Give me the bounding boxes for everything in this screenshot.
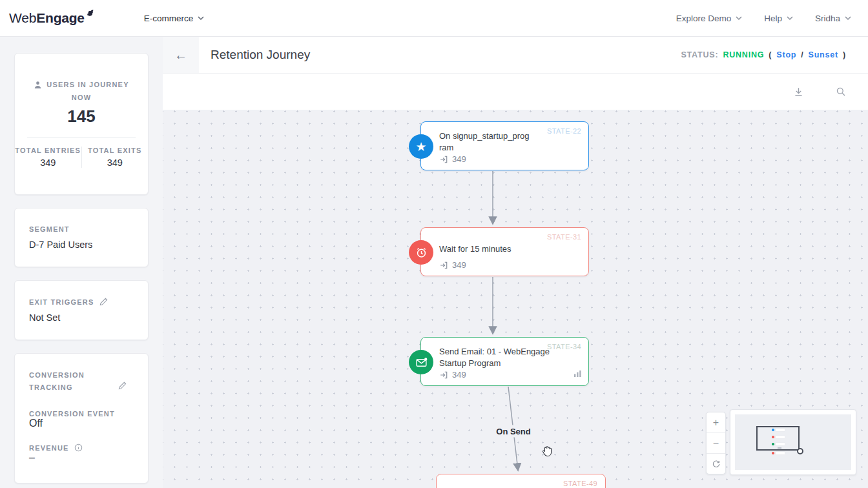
stats-bars-icon[interactable] (574, 368, 582, 380)
segment-card: SEGMENT D-7 Paid Users (14, 208, 149, 267)
canvas-toolbar (163, 74, 868, 110)
total-exits-label: TOTAL EXITS (82, 147, 149, 154)
node-state-label: STATE-31 (547, 233, 581, 241)
enter-icon (439, 261, 448, 270)
help-menu[interactable]: Help (764, 14, 793, 23)
search-icon[interactable] (836, 86, 846, 97)
stop-link[interactable]: Stop (776, 50, 796, 59)
download-icon[interactable] (793, 86, 804, 97)
pencil-icon[interactable] (99, 298, 108, 306)
star-icon: ★ (409, 134, 433, 159)
sunset-link[interactable]: Sunset (809, 50, 838, 59)
bird-icon (82, 8, 95, 24)
users-in-journey-card: USERS IN JOURNEY NOW 145 TOTAL ENTRIES 3… (14, 53, 149, 195)
segment-label: SEGMENT (29, 225, 134, 233)
explore-demo-menu[interactable]: Explore Demo (676, 14, 743, 23)
exit-triggers-card: EXIT TRIGGERS Not Set (14, 280, 149, 340)
node-state-label: STATE-49 (563, 480, 597, 487)
enter-icon (439, 155, 448, 164)
chevron-down-icon (787, 16, 793, 21)
alarm-clock-icon (409, 240, 433, 265)
node-send-email[interactable]: STATE-34 Send Email: 01 - WebEngage Star… (420, 337, 589, 386)
envelope-icon (409, 350, 433, 374)
enter-icon (439, 371, 448, 380)
users-in-journey-label: USERS IN JOURNEY (46, 81, 129, 88)
user-menu[interactable]: Sridha (815, 14, 851, 23)
minimap-viewport[interactable] (756, 426, 800, 451)
top-navbar: WebEngage E-commerce Explore Demo Help S… (0, 0, 868, 37)
workspace-selector[interactable]: E-commerce (144, 14, 205, 23)
revenue-value: – (29, 452, 134, 463)
total-entries-value: 349 (15, 158, 81, 168)
page-title: Retention Journey (211, 48, 310, 62)
conversion-tracking-card: CONVERSION TRACKING CONVERSION EVENT Off… (14, 353, 149, 483)
node-wait[interactable]: STATE-31 Wait for 15 minutes 349 (420, 227, 589, 276)
journey-sidebar: USERS IN JOURNEY NOW 145 TOTAL ENTRIES 3… (0, 37, 163, 488)
chevron-down-icon (736, 16, 742, 21)
users-now-count: 145 (67, 107, 95, 127)
chevron-down-icon (198, 16, 204, 21)
grab-cursor (540, 444, 554, 461)
status-badge: RUNNING (723, 50, 764, 59)
journey-canvas[interactable]: STATE-22 On signup_startup_program 349 ★… (163, 110, 868, 488)
chevron-down-icon (845, 16, 851, 21)
webengage-logo[interactable]: WebEngage (9, 10, 95, 26)
edge-label-on-send: On Send (493, 425, 533, 438)
conversion-event-value: Off (29, 418, 134, 429)
conversion-tracking-label: CONVERSION TRACKING (29, 369, 113, 393)
zoom-in-button[interactable]: + (707, 412, 725, 432)
node-state-label: STATE-22 (547, 127, 581, 135)
node-entries-count: 349 (439, 154, 466, 164)
journey-header: ← Retention Journey STATUS: RUNNING ( St… (163, 37, 868, 74)
node-title: Wait for 15 minutes (439, 243, 512, 255)
minimap-resize-handle[interactable] (797, 448, 803, 454)
now-label: NOW (72, 94, 91, 101)
conversion-event-label: CONVERSION EVENT (29, 410, 134, 418)
node-title: On signup_startup_program (439, 130, 531, 153)
total-exits-value: 349 (82, 158, 149, 168)
divider (27, 137, 136, 137)
zoom-controls: + − (706, 412, 726, 474)
status-group: STATUS: RUNNING ( Stop / Sunset ) (681, 50, 868, 59)
minimap-node-red2 (772, 452, 785, 454)
logo-text: WebEngage (9, 10, 85, 26)
node-entries-count: 349 (439, 260, 466, 270)
node-entries-count: 349 (439, 370, 466, 380)
refresh-icon (712, 460, 721, 469)
total-entries-label: TOTAL ENTRIES (15, 147, 81, 154)
pencil-icon[interactable] (118, 381, 127, 390)
back-arrow-icon: ← (174, 48, 187, 63)
segment-value: D-7 Paid Users (29, 239, 134, 250)
reset-zoom-button[interactable] (707, 453, 725, 474)
zoom-out-button[interactable]: − (707, 432, 725, 453)
node-title: Send Email: 01 - WebEngage Startup Progr… (439, 346, 570, 369)
back-button[interactable]: ← (163, 37, 199, 73)
status-label: STATUS: (681, 50, 718, 59)
node-entry-trigger[interactable]: STATE-22 On signup_startup_program 349 ★ (420, 121, 589, 170)
revenue-label: REVENUE (29, 444, 69, 452)
minimap[interactable] (730, 409, 856, 475)
person-icon (34, 81, 42, 89)
exit-triggers-value: Not Set (29, 312, 134, 323)
exit-triggers-label: EXIT TRIGGERS (29, 298, 94, 306)
node-partial[interactable]: STATE-49 (436, 474, 606, 488)
info-icon[interactable] (74, 443, 83, 452)
minimap-inner (735, 414, 851, 470)
